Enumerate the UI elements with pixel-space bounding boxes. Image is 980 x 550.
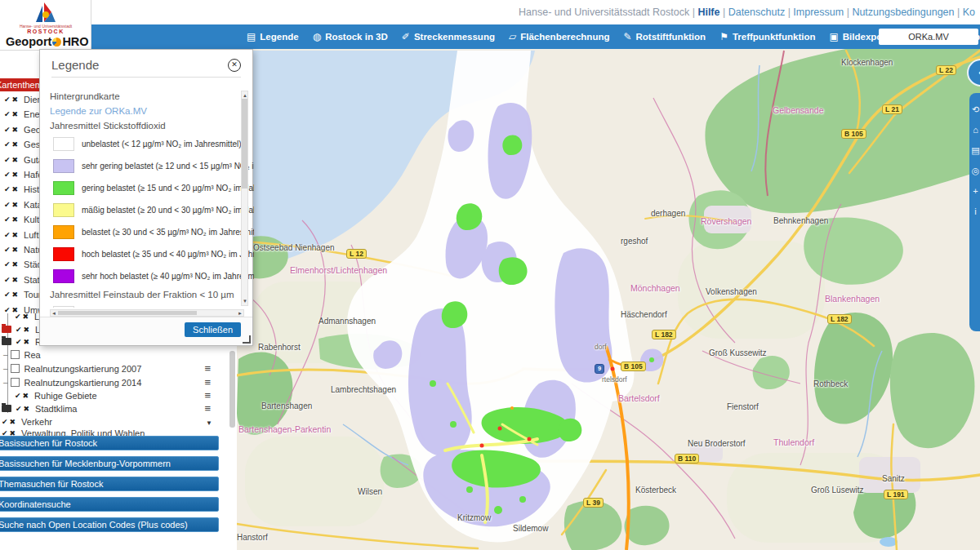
layer-visible-check-icon[interactable]: ✔: [4, 291, 11, 299]
layer-hidden-cross-icon[interactable]: ✖: [12, 201, 19, 209]
layer-visible-check-icon[interactable]: ✔: [4, 110, 11, 118]
sidebar-layer-item[interactable]: ✔✖Verkehr: [0, 415, 234, 428]
search-accordion-bar[interactable]: Themasuchen für Rostock: [0, 477, 219, 491]
layer-hidden-cross-icon[interactable]: ✖: [12, 171, 19, 179]
sidebar-layer-item[interactable]: –Rea: [0, 348, 234, 361]
sidebar-scrollbar[interactable]: [229, 351, 235, 428]
layer-menu-icon[interactable]: ≡: [204, 365, 211, 373]
topbar-link[interactable]: Datenschutz: [728, 7, 785, 18]
layer-hidden-cross-icon[interactable]: ✖: [12, 215, 19, 224]
layer-hidden-cross-icon[interactable]: ✖: [12, 185, 19, 193]
topbar-link[interactable]: Nutzungsbedingungen: [852, 7, 954, 18]
legend-vertical-scrollbar[interactable]: ▲ ▼: [241, 91, 248, 306]
info-icon[interactable]: i: [969, 202, 980, 222]
layer-visible-check-icon[interactable]: ✔: [4, 156, 11, 164]
layer-hidden-cross-icon[interactable]: ✖: [12, 156, 19, 164]
scroll-up-icon[interactable]: ▲: [243, 93, 247, 98]
layer-visible-check-icon[interactable]: ✔: [16, 338, 22, 346]
resize-handle-icon[interactable]: [243, 335, 251, 344]
layer-hidden-cross-icon[interactable]: ✖: [12, 140, 19, 149]
layer-hidden-cross-icon[interactable]: ✖: [10, 418, 16, 426]
toolbar-button[interactable]: ◍Rostock in 3D: [313, 31, 388, 42]
layer-visible-check-icon[interactable]: ✔: [15, 392, 21, 400]
right-tool-strip[interactable]: ⟲⌂▤◎+i: [969, 93, 980, 331]
layer-hidden-cross-icon[interactable]: ✖: [12, 95, 19, 104]
scroll-right-icon[interactable]: ►: [238, 311, 243, 316]
toolbar-button[interactable]: ⚑Treffpunktfunktion: [719, 31, 815, 42]
layer-hidden-cross-icon[interactable]: ✖: [12, 276, 19, 284]
layer-hidden-cross-icon[interactable]: ✖: [24, 338, 30, 346]
sidebar-layer-item[interactable]: ✔✖Ruhige Gebiete≡: [0, 389, 234, 401]
toolbar-button[interactable]: ▱Flächenberechnung: [509, 31, 610, 42]
scroll-left-icon[interactable]: ◄: [51, 311, 56, 316]
layer-visible-check-icon[interactable]: ✔: [4, 185, 11, 193]
search-accordion-bar[interactable]: Basissuchen für Rostock: [0, 436, 219, 450]
layer-visible-check-icon[interactable]: ✔: [4, 215, 11, 224]
legend-link[interactable]: Legende zur ORKa.MV: [50, 104, 254, 118]
layer-visible-check-icon[interactable]: ✔: [16, 326, 22, 334]
map-theme-select[interactable]: ORKa.MV: [879, 29, 978, 45]
scroll-down-icon[interactable]: ▼: [206, 419, 212, 427]
layer-visible-check-icon[interactable]: ✔: [4, 201, 11, 209]
collapse-dash-icon[interactable]: –: [3, 378, 8, 387]
toolbar-button-label: Streckenmessung: [414, 32, 495, 42]
meeting-pin-icon: ⚑: [719, 31, 728, 42]
layer-hidden-cross-icon[interactable]: ✖: [12, 110, 19, 118]
layer-visible-check-icon[interactable]: ✔: [4, 276, 11, 284]
layer-hidden-cross-icon[interactable]: ✖: [12, 231, 19, 239]
layer-checkbox[interactable]: [11, 350, 20, 359]
close-icon[interactable]: ✕: [228, 59, 241, 72]
toolbar-button[interactable]: ▤Legende: [247, 31, 299, 42]
sidebar-layer-item[interactable]: ✔✖Stadtklima≡: [0, 402, 234, 415]
layer-checkbox[interactable]: [11, 364, 20, 373]
scroll-down-icon[interactable]: ▼: [243, 299, 247, 304]
toolbar-button[interactable]: ✎Rotstiftfunktion: [623, 31, 706, 42]
scrollbar-thumb[interactable]: [58, 311, 197, 315]
scrollbar-thumb[interactable]: [242, 99, 247, 189]
layer-menu-icon[interactable]: ≡: [204, 392, 211, 400]
layer-visible-check-icon[interactable]: ✔: [4, 140, 11, 149]
legend-horizontal-scrollbar[interactable]: ◄ ►: [50, 309, 244, 317]
home-icon[interactable]: ⌂: [969, 120, 980, 140]
topbar-link[interactable]: Hilfe: [697, 7, 719, 18]
layer-hidden-cross-icon[interactable]: ✖: [24, 326, 30, 334]
toolbar-button[interactable]: ✐Streckenmessung: [402, 31, 495, 42]
collapse-dash-icon[interactable]: –: [3, 350, 8, 359]
layer-hidden-cross-icon[interactable]: ✖: [12, 291, 19, 299]
collapse-dash-icon[interactable]: –: [3, 364, 8, 373]
layer-visible-check-icon[interactable]: ✔: [2, 418, 8, 426]
layer-menu-icon[interactable]: ≡: [204, 379, 211, 387]
layer-checkbox[interactable]: [11, 378, 20, 387]
topbar-link[interactable]: Ko: [963, 7, 975, 18]
layer-visible-check-icon[interactable]: ✔: [4, 95, 11, 104]
layer-hidden-cross-icon[interactable]: ✖: [23, 313, 29, 321]
layer-menu-icon[interactable]: ≡: [204, 405, 211, 413]
layer-visible-check-icon[interactable]: ✔: [15, 313, 21, 321]
sidebar-layer-item[interactable]: –Realnutzungskartierung 2007≡: [0, 362, 234, 375]
search-accordion-bar[interactable]: Koordinatensuche: [0, 497, 219, 512]
undo-icon[interactable]: ⟲: [969, 100, 980, 120]
layer-hidden-cross-icon[interactable]: ✖: [12, 260, 19, 268]
sidebar-layer-item[interactable]: –Realnutzungskartierung 2014≡: [0, 376, 234, 388]
layer-visible-check-icon[interactable]: ✔: [4, 231, 11, 239]
layer-visible-check-icon[interactable]: ✔: [4, 260, 11, 268]
folder-icon: [2, 405, 11, 412]
legend-list-icon: ▤: [247, 31, 256, 42]
layer-hidden-cross-icon[interactable]: ✖: [12, 126, 19, 134]
layer-hidden-cross-icon[interactable]: ✖: [12, 246, 19, 254]
search-accordion-bar[interactable]: Basissuchen für Mecklenburg-Vorpommern: [0, 456, 219, 471]
layer-visible-check-icon[interactable]: ✔: [4, 171, 11, 179]
locate-icon[interactable]: ◎: [969, 161, 980, 181]
layer-visible-check-icon[interactable]: ✔: [4, 126, 11, 134]
topbar-link[interactable]: Impressum: [793, 7, 844, 18]
app-logo[interactable]: Hanse- und Universitätsstadt ROSTOCK Geo…: [0, 0, 91, 51]
layer-hidden-cross-icon[interactable]: ✖: [23, 392, 29, 400]
layer-visible-check-icon[interactable]: ✔: [16, 405, 22, 413]
close-button[interactable]: Schließen: [185, 322, 241, 337]
layers-icon[interactable]: ▤: [969, 140, 980, 161]
layer-visible-check-icon[interactable]: ✔: [4, 246, 11, 254]
zoom-in-icon[interactable]: +: [969, 181, 980, 202]
layer-hidden-cross-icon[interactable]: ✖: [24, 405, 30, 413]
search-accordion-bar[interactable]: Suche nach Open Location Codes (Plus cod…: [0, 517, 219, 532]
legend-entry: hoch belastet (≥ 35 und < 40 µg/m³ NO₂ i…: [50, 243, 254, 265]
